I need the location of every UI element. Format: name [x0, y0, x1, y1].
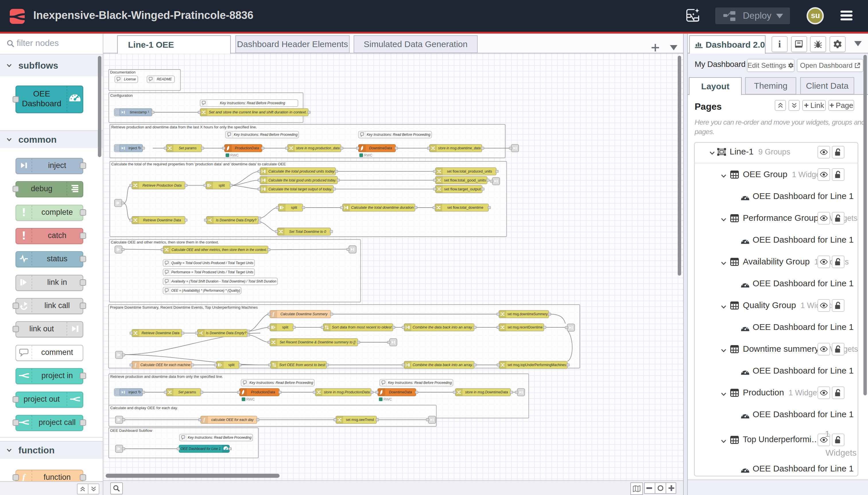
svg-text:OEE Dashboard Subflow: OEE Dashboard Subflow	[110, 428, 152, 433]
svg-text:Retrieve production and downti: Retrieve production and downtime data fr…	[111, 125, 257, 129]
svg-text:DowntimeData: DowntimeData	[369, 146, 392, 150]
svg-text:set flow.total_good_units: set flow.total_good_units	[444, 178, 486, 182]
svg-text:Calculate OEE and other metric: Calculate OEE and other metrics, then st…	[111, 240, 219, 244]
svg-text:inject ↻: inject ↻	[128, 146, 141, 150]
svg-text:DowntimeData: DowntimeData	[389, 390, 412, 394]
svg-text:Prepare Downtime Summary, Rece: Prepare Downtime Summary, Recent Downtim…	[110, 305, 258, 309]
svg-text:Calculate and display OEE for: Calculate and display OEE for each day.	[110, 406, 178, 410]
svg-text:Calculate the total produced u: Calculate the total produced units today	[268, 169, 335, 173]
svg-text:Calculate OEE and other metric: Calculate OEE and other metrics, then st…	[172, 248, 267, 252]
svg-text:set msg.downtimeSummery: set msg.downtimeSummery	[507, 312, 548, 316]
svg-text:calculate OEE for each day: calculate OEE for each day	[211, 418, 254, 422]
svg-text:Quality = Total Good Units Pro: Quality = Total Good Units Produced / To…	[171, 261, 254, 265]
svg-text:Set Total Downtime to 0: Set Total Downtime to 0	[289, 230, 326, 234]
svg-text:split: split	[219, 184, 225, 187]
svg-text:set msg.recentDowntime: set msg.recentDowntime	[507, 325, 542, 329]
svg-text:Combine the data back into an: Combine the data back into an array.	[413, 325, 473, 329]
svg-text:set msg.oeeTrend: set msg.oeeTrend	[346, 418, 374, 422]
svg-text:RWC: RWC	[364, 153, 372, 157]
svg-text:Documentation: Documentation	[110, 70, 136, 74]
svg-text:Sort data from most recent to: Sort data from most recent to oldest	[332, 325, 392, 329]
svg-text:store in msg.ProductionData: store in msg.ProductionData	[324, 390, 370, 394]
svg-text:Key Instructions: Read Before: Key Instructions: Read Before Proceeding	[234, 133, 298, 137]
svg-text:store in msg.downtime_data: store in msg.downtime_data	[438, 146, 481, 150]
svg-text:Is Downtime Data Empty?: Is Downtime Data Empty?	[216, 218, 256, 222]
svg-text:Key Instructions: Read Before: Key Instructions: Read Before Proceeding	[188, 436, 251, 440]
svg-text:RWC: RWC	[246, 397, 255, 402]
svg-text:OEE = (Availability) * (Perfor: OEE = (Availability) * (Performance) * (…	[171, 289, 240, 293]
svg-text:store in msg.production_data: store in msg.production_data	[296, 146, 340, 150]
svg-text:store in msg.DowntimeData: store in msg.DowntimeData	[465, 390, 508, 394]
svg-text:Set params: Set params	[178, 390, 196, 394]
svg-text:Calculate the total downtime d: Calculate the total downtime duration	[351, 206, 414, 210]
svg-text:f: f	[22, 472, 26, 482]
svg-text:Calculate the total target out: Calculate the total target output of tod…	[268, 187, 332, 191]
svg-text:RWC: RWC	[383, 397, 392, 402]
svg-text:Retrieve Production Data: Retrieve Production Data	[142, 184, 181, 187]
svg-text:Calculate the total of the req: Calculate the total of the required prop…	[111, 162, 286, 166]
svg-text:timestamp ¹: timestamp ¹	[130, 110, 149, 114]
svg-text:set flow.total_downtime: set flow.total_downtime	[447, 206, 483, 210]
svg-text:Performance = Total Produced U: Performance = Total Produced Units / Tot…	[171, 270, 254, 274]
svg-text:Configuration: Configuration	[110, 93, 133, 98]
svg-text:Retrieve Downtime Data: Retrieve Downtime Data	[143, 218, 181, 222]
svg-text:Sort OEE from worst to best: Sort OEE from worst to best	[279, 363, 325, 367]
svg-text:split: split	[282, 325, 289, 329]
svg-text:Is Downtime Data Empty?: Is Downtime Data Empty?	[206, 331, 246, 335]
svg-text:ProductionData: ProductionData	[235, 146, 259, 150]
svg-text:Combine the data back into an: Combine the data back into an array.	[413, 363, 473, 367]
svg-text:RWC: RWC	[230, 153, 239, 157]
svg-text:Calculate the total good units: Calculate the total good units produced …	[268, 178, 336, 182]
svg-text:Key Instructions: Read Before: Key Instructions: Read Before Proceeding	[249, 381, 313, 385]
svg-text:Set params: Set params	[178, 146, 196, 150]
svg-text:ProductionData: ProductionData	[251, 390, 275, 394]
svg-text:Key Instructions: Read Before: Key Instructions: Read Before Proceeding	[367, 133, 430, 137]
svg-text:Retrieve Downtime Data: Retrieve Downtime Data	[141, 331, 179, 335]
svg-text:OEE Dashboard for Line 1: OEE Dashboard for Line 1	[180, 447, 221, 451]
svg-text:Set Recent Downtime & Downtime: Set Recent Downtime & Downtime summery t…	[280, 340, 355, 344]
svg-text:split: split	[228, 363, 235, 367]
svg-text:Retrieve production and downti: Retrieve production and downtime data fr…	[110, 374, 223, 379]
svg-text:set msg.topUnderPerformingMach: set msg.topUnderPerformingMachines	[507, 363, 566, 367]
svg-text:Calculate Downtime Summery: Calculate Downtime Summery	[280, 312, 328, 316]
svg-text:Calculate OEE for each machine: Calculate OEE for each machine	[140, 363, 190, 367]
svg-text:set flow.total_produced_units: set flow.total_produced_units	[447, 169, 492, 173]
svg-text:Key Instructions: Read Before: Key Instructions: Read Before Proceeding	[220, 101, 285, 105]
svg-text:README: README	[157, 77, 172, 81]
svg-text:inject ↻: inject ↻	[128, 390, 141, 394]
svg-text:Availavity = (Total Shift Dura: Availavity = (Total Shift Duration - Tot…	[171, 279, 276, 284]
svg-text:set flow.target_output: set flow.target_output	[444, 187, 481, 191]
svg-text:split: split	[291, 206, 297, 210]
svg-text:License: License	[124, 77, 136, 81]
svg-text:Set and store the current line: Set and store the current line and shift…	[209, 110, 307, 114]
svg-text:Key Instructions: Read Before: Key Instructions: Read Before Proceeding	[388, 381, 452, 385]
